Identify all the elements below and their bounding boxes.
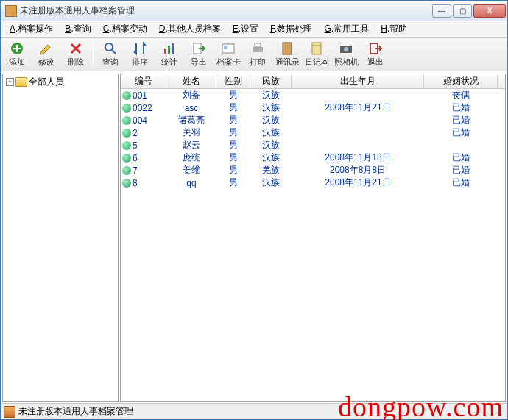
window-controls: — ▢ X bbox=[432, 4, 506, 18]
table-row[interactable]: 001刘备男汉族丧偶 bbox=[121, 89, 505, 102]
table-row[interactable]: 2关羽男汉族已婚 bbox=[121, 127, 505, 139]
col-eth[interactable]: 民族 bbox=[250, 74, 292, 88]
query-button[interactable]: 查询 bbox=[96, 40, 125, 69]
data-grid[interactable]: 编号 姓名 性别 民族 出生年月 婚姻状况 001刘备男汉族丧偶0022asc男… bbox=[120, 74, 506, 402]
svg-rect-2 bbox=[164, 49, 166, 54]
sort-button[interactable]: 排序 bbox=[125, 40, 155, 69]
menu-other[interactable]: D.其他人员档案 bbox=[153, 21, 227, 37]
table-row[interactable]: 6庞统男汉族2008年11月18日已婚 bbox=[121, 152, 505, 164]
row-status-icon bbox=[122, 154, 131, 163]
contact-button[interactable]: 通讯录 bbox=[272, 40, 302, 69]
status-icon bbox=[4, 406, 15, 418]
row-status-icon bbox=[122, 179, 131, 188]
menubar: A.档案操作 B.查询 C.档案变动 D.其他人员档案 E.设置 F.数据处理 … bbox=[1, 21, 507, 38]
menu-query[interactable]: B.查询 bbox=[59, 21, 96, 37]
grid-header: 编号 姓名 性别 民族 出生年月 婚姻状况 bbox=[121, 74, 505, 89]
svg-point-14 bbox=[344, 47, 348, 51]
app-window: 未注册版本通用人事档案管理 — ▢ X A.档案操作 B.查询 C.档案变动 D… bbox=[0, 0, 508, 420]
print-button[interactable]: 打印 bbox=[243, 40, 272, 69]
status-text: 未注册版本通用人事档案管理 bbox=[18, 405, 133, 418]
svg-rect-10 bbox=[283, 43, 292, 54]
camera-icon bbox=[339, 41, 353, 56]
add-button[interactable]: 添加 bbox=[2, 40, 32, 69]
book-icon bbox=[280, 41, 294, 56]
menu-data[interactable]: F.数据处理 bbox=[264, 21, 318, 37]
svg-point-1 bbox=[105, 43, 113, 51]
row-status-icon bbox=[122, 141, 131, 150]
menu-tools[interactable]: G.常用工具 bbox=[318, 21, 375, 37]
grid-body: 001刘备男汉族丧偶0022asc男汉族2008年11月21日已婚004诸葛亮男… bbox=[121, 89, 505, 189]
menu-archive[interactable]: A.档案操作 bbox=[4, 21, 59, 37]
search-icon bbox=[103, 41, 118, 56]
svg-rect-8 bbox=[253, 47, 263, 52]
tree-root-label: 全部人员 bbox=[29, 76, 64, 88]
col-sex[interactable]: 性别 bbox=[216, 74, 250, 88]
card-icon bbox=[221, 41, 236, 56]
row-status-icon bbox=[122, 91, 131, 100]
pencil-icon bbox=[39, 41, 54, 56]
svg-rect-4 bbox=[172, 43, 174, 54]
svg-rect-7 bbox=[224, 46, 227, 49]
col-dob[interactable]: 出生年月 bbox=[292, 74, 424, 88]
x-icon bbox=[68, 41, 83, 56]
exit-icon bbox=[368, 41, 383, 56]
notebook-icon bbox=[309, 41, 324, 56]
toolbar: 添加 修改 删除 查询 排序 统计 导出 档案卡 打印 通讯录 日记本 照相机 … bbox=[1, 38, 507, 71]
toolbar-separator bbox=[93, 41, 94, 68]
titlebar[interactable]: 未注册版本通用人事档案管理 — ▢ X bbox=[1, 1, 507, 21]
menu-help[interactable]: H.帮助 bbox=[375, 21, 413, 37]
table-row[interactable]: 0022asc男汉族2008年11月21日已婚 bbox=[121, 102, 505, 114]
delete-button[interactable]: 删除 bbox=[61, 40, 91, 69]
camera-button[interactable]: 照相机 bbox=[331, 40, 361, 69]
chart-icon bbox=[162, 41, 177, 56]
sort-icon bbox=[133, 41, 147, 56]
table-row[interactable]: 8qq男汉族2008年11月21日已婚 bbox=[121, 177, 505, 189]
folder-icon bbox=[15, 77, 27, 87]
col-mar[interactable]: 婚姻状况 bbox=[424, 74, 498, 88]
sidebar-tree[interactable]: + 全部人员 bbox=[2, 74, 119, 402]
row-status-icon bbox=[122, 129, 131, 138]
table-row[interactable]: 004诸葛亮男汉族已婚 bbox=[121, 114, 505, 127]
minimize-button[interactable]: — bbox=[432, 4, 451, 18]
export-button[interactable]: 导出 bbox=[184, 40, 214, 69]
edit-button[interactable]: 修改 bbox=[32, 40, 61, 69]
stat-button[interactable]: 统计 bbox=[155, 40, 184, 69]
tree-expand-icon[interactable]: + bbox=[6, 78, 14, 86]
close-button[interactable]: X bbox=[473, 4, 506, 18]
menu-settings[interactable]: E.设置 bbox=[227, 21, 264, 37]
window-title: 未注册版本通用人事档案管理 bbox=[20, 4, 432, 17]
maximize-button[interactable]: ▢ bbox=[453, 4, 472, 18]
printer-icon bbox=[250, 41, 265, 56]
content-area: + 全部人员 编号 姓名 性别 民族 出生年月 婚姻状况 001刘备男汉族丧偶0… bbox=[1, 71, 507, 403]
col-name[interactable]: 姓名 bbox=[166, 74, 216, 88]
menu-change[interactable]: C.档案变动 bbox=[97, 21, 153, 37]
diary-button[interactable]: 日记本 bbox=[302, 40, 331, 69]
export-icon bbox=[191, 41, 206, 56]
svg-rect-3 bbox=[168, 46, 170, 54]
plus-icon bbox=[10, 41, 24, 56]
col-id[interactable]: 编号 bbox=[121, 74, 166, 88]
svg-rect-11 bbox=[312, 43, 321, 54]
app-icon bbox=[5, 5, 17, 17]
table-row[interactable]: 5赵云男汉族 bbox=[121, 139, 505, 152]
card-button[interactable]: 档案卡 bbox=[214, 40, 243, 69]
table-row[interactable]: 7姜维男羌族2008年8月8日已婚 bbox=[121, 164, 505, 177]
row-status-icon bbox=[122, 166, 131, 175]
svg-rect-9 bbox=[255, 43, 261, 47]
row-status-icon bbox=[122, 116, 131, 125]
statusbar: 未注册版本通用人事档案管理 bbox=[1, 403, 507, 419]
tree-root-row[interactable]: + 全部人员 bbox=[3, 74, 118, 90]
exit-button[interactable]: 退出 bbox=[361, 40, 390, 69]
row-status-icon bbox=[122, 104, 131, 113]
